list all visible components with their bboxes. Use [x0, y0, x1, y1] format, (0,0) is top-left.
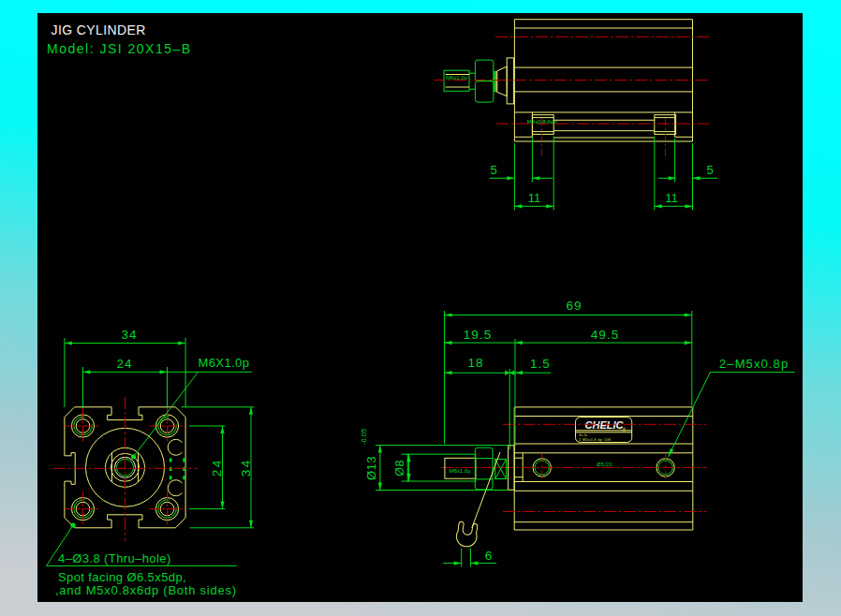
svg-text:4–Ø3.8 (Thru–hole): 4–Ø3.8 (Thru–hole) — [58, 551, 171, 565]
svg-text:®: ® — [623, 427, 627, 433]
svg-text:M5x0.8-6dp: M5x0.8-6dp — [527, 119, 557, 125]
svg-text:Spot facing Ø6.5x5dp,: Spot facing Ø6.5x5dp, — [58, 570, 186, 584]
svg-text:24: 24 — [116, 357, 132, 371]
svg-text:11: 11 — [665, 191, 678, 205]
svg-text:M6x1.0p: M6x1.0p — [449, 468, 471, 474]
svg-text:49.5: 49.5 — [591, 328, 619, 342]
svg-text:2–M5x0.8p: 2–M5x0.8p — [719, 357, 789, 371]
svg-text:2 M5x0.8 dp 10K: 2 M5x0.8 dp 10K — [579, 437, 612, 442]
svg-text:34: 34 — [239, 458, 253, 477]
svg-text:M6X1.0p: M6X1.0p — [199, 356, 250, 370]
svg-text:-0.05: -0.05 — [360, 429, 368, 445]
svg-text:6: 6 — [485, 549, 493, 563]
svg-text:5: 5 — [490, 163, 496, 177]
svg-text:1.5: 1.5 — [530, 357, 551, 371]
svg-text:18: 18 — [467, 356, 483, 370]
svg-text:Ø13: Ø13 — [364, 456, 378, 480]
svg-text:Model: JSI 20X15–B: Model: JSI 20X15–B — [47, 41, 192, 56]
svg-text:,and M5x0.8x6dp (Both sides): ,and M5x0.8x6dp (Both sides) — [55, 583, 237, 597]
svg-text:5: 5 — [706, 163, 713, 177]
svg-text:69: 69 — [566, 299, 582, 313]
svg-text:M6x1.0p: M6x1.0p — [446, 75, 468, 81]
svg-text:CHELIC: CHELIC — [585, 419, 625, 431]
svg-text:19.5: 19.5 — [464, 328, 492, 342]
svg-text:Ø5/20: Ø5/20 — [597, 462, 612, 467]
svg-text:24: 24 — [210, 458, 224, 477]
svg-text:Ø8: Ø8 — [393, 460, 406, 477]
svg-text:11: 11 — [528, 191, 541, 205]
svg-text:34: 34 — [121, 328, 137, 342]
svg-text:JIG CYLINDER: JIG CYLINDER — [52, 22, 146, 37]
